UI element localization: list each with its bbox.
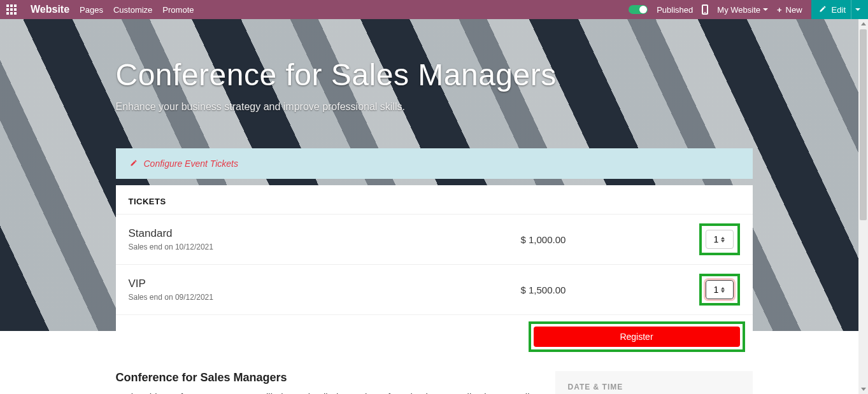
quantity-value: 1 bbox=[714, 285, 719, 295]
description-body: During this conference, our team will gi… bbox=[116, 390, 530, 394]
ticket-price: $ 1,500.00 bbox=[521, 285, 699, 295]
published-label: Published bbox=[657, 5, 693, 15]
site-dropdown[interactable]: My Website bbox=[717, 5, 768, 15]
ticket-name: VIP bbox=[129, 278, 521, 290]
menu-customize[interactable]: Customize bbox=[113, 5, 152, 15]
plus-icon: + bbox=[777, 5, 782, 15]
ticket-note: Sales end on 10/12/2021 bbox=[129, 243, 521, 251]
register-button[interactable]: Register bbox=[534, 327, 740, 347]
spinner-icon bbox=[721, 287, 725, 293]
apps-icon[interactable] bbox=[6, 4, 17, 15]
scrollbar[interactable] bbox=[858, 19, 868, 394]
site-dropdown-label: My Website bbox=[717, 5, 760, 15]
datetime-panel: DATE & TIME Monday July 19, 2021 9:00 AM… bbox=[555, 371, 753, 394]
quantity-stepper[interactable]: 1 bbox=[706, 230, 734, 249]
edit-button-label: Edit bbox=[832, 5, 846, 15]
event-description: Conference for Sales Managers During thi… bbox=[116, 371, 530, 394]
menu-promote[interactable]: Promote bbox=[162, 5, 194, 15]
mobile-preview-icon[interactable] bbox=[702, 4, 708, 15]
page-title: Conference for Sales Managers bbox=[116, 57, 753, 92]
chevron-down-icon bbox=[763, 8, 768, 11]
published-toggle[interactable] bbox=[629, 5, 648, 14]
quantity-stepper[interactable]: 1 bbox=[706, 280, 734, 299]
scroll-down-icon[interactable] bbox=[858, 384, 868, 394]
app-brand[interactable]: Website bbox=[31, 4, 69, 15]
quantity-value: 1 bbox=[714, 234, 719, 244]
new-button[interactable]: + New bbox=[777, 5, 802, 15]
highlight-box: 1 bbox=[699, 223, 740, 255]
top-bar: Website Pages Customize Promote Publishe… bbox=[0, 0, 868, 19]
ticket-row: Standard Sales end on 10/12/2021 $ 1,000… bbox=[116, 215, 753, 265]
chevron-down-icon bbox=[855, 8, 860, 11]
page-subtitle: Enhance your business strategy and impro… bbox=[116, 101, 753, 113]
scroll-thumb[interactable] bbox=[860, 29, 867, 220]
ticket-name: Standard bbox=[129, 227, 521, 240]
description-heading: Conference for Sales Managers bbox=[116, 371, 530, 384]
ticket-row: VIP Sales end on 09/12/2021 $ 1,500.00 1 bbox=[116, 265, 753, 315]
tickets-header: TICKETS bbox=[116, 185, 753, 215]
ticket-note: Sales end on 09/12/2021 bbox=[129, 293, 521, 302]
configure-tickets-label: Configure Event Tickets bbox=[144, 158, 239, 169]
ticket-price: $ 1,000.00 bbox=[521, 234, 699, 245]
highlight-box: Register bbox=[529, 321, 745, 352]
hero: Conference for Sales Managers Enhance yo… bbox=[0, 19, 868, 331]
edit-button[interactable]: Edit bbox=[811, 0, 868, 19]
configure-tickets-link[interactable]: Configure Event Tickets bbox=[116, 148, 753, 179]
new-button-label: New bbox=[786, 5, 802, 15]
scroll-up-icon[interactable] bbox=[858, 19, 868, 29]
datetime-header: DATE & TIME bbox=[568, 383, 740, 391]
spinner-icon bbox=[721, 237, 725, 243]
pencil-icon bbox=[819, 5, 827, 15]
pencil-icon bbox=[130, 158, 138, 169]
menu-pages[interactable]: Pages bbox=[80, 5, 103, 15]
tickets-card: TICKETS Standard Sales end on 10/12/2021… bbox=[116, 185, 753, 394]
highlight-box: 1 bbox=[699, 274, 740, 306]
